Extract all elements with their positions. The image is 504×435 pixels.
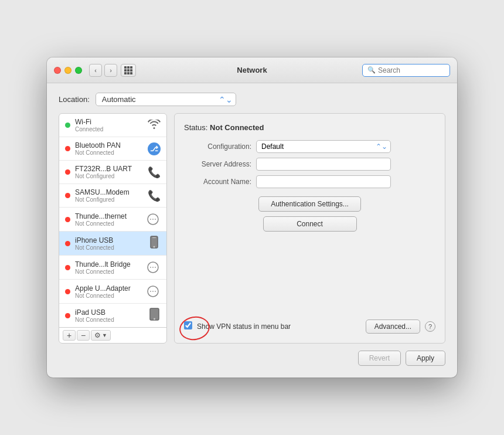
sidebar-item-bluetooth-pan[interactable]: Bluetooth PAN Not Connected ⎇	[59, 137, 166, 161]
advanced-button[interactable]: Advanced...	[366, 320, 420, 334]
gear-menu-button[interactable]: ⚙ ▼	[91, 330, 111, 341]
sidebar-item-iphone-usb[interactable]: iPhone USB Not Connected	[59, 232, 166, 256]
auth-settings-button[interactable]: Authentication Settings...	[258, 196, 361, 212]
content-area: Location: Automatic Home Work Edit Locat…	[47, 83, 457, 378]
bottom-buttons: Revert Apply	[59, 351, 445, 366]
sidebar-item-ipad-usb[interactable]: iPad USB Not Connected	[59, 304, 166, 327]
add-network-button[interactable]: +	[63, 330, 76, 341]
status-dot-ft232r	[65, 169, 70, 175]
sidebar-item-iphone-name: iPhone USB	[75, 236, 143, 244]
status-value: Not Connected	[210, 123, 264, 132]
svg-rect-3	[152, 237, 156, 238]
sidebar-item-samsung[interactable]: SAMSU...Modem Not Configured 📞	[59, 184, 166, 208]
sidebar-item-thunderbolt-ethernet[interactable]: Thunde...thernet Not Connected ⋯	[59, 208, 166, 232]
sidebar-item-bluetooth-text: Bluetooth PAN Not Connected	[75, 141, 143, 156]
sidebar-item-iphone-status: Not Connected	[75, 244, 143, 251]
search-box[interactable]: 🔍	[362, 64, 450, 77]
right-panel: Status: Not Connected Configuration: Def…	[174, 113, 445, 344]
svg-point-4	[154, 246, 155, 248]
form-section: Configuration: Default ⌃⌄ Server Address…	[184, 140, 435, 188]
traffic-lights	[54, 67, 82, 74]
search-input[interactable]	[378, 66, 445, 74]
configuration-row: Configuration: Default ⌃⌄	[184, 140, 435, 153]
svg-text:⋯: ⋯	[149, 215, 156, 223]
vpn-annotation	[184, 321, 192, 332]
search-icon: 🔍	[367, 66, 376, 74]
ft232r-icon: 📞	[148, 166, 161, 179]
iphone-icon	[148, 236, 161, 251]
sidebar-item-iphone-text: iPhone USB Not Connected	[75, 236, 143, 251]
svg-point-10	[154, 318, 155, 320]
sidebar-item-wifi-name: Wi-Fi	[75, 118, 143, 126]
minimize-button[interactable]	[64, 67, 71, 74]
configuration-label: Configuration:	[184, 142, 251, 151]
sidebar-item-samsung-name: SAMSU...Modem	[75, 188, 143, 196]
status-dot-tb-eth	[65, 217, 70, 222]
network-window: ‹ › Network 🔍 Location: Automatic Home	[47, 57, 457, 378]
apply-button[interactable]: Apply	[406, 351, 445, 366]
gear-dropdown-arrow: ▼	[102, 332, 107, 338]
vpn-menubar-label: Show VPN status in menu bar	[197, 322, 291, 331]
sidebar-item-ft232r-status: Not Configured	[75, 173, 143, 179]
sidebar-item-ft232r-name: FT232R...B UART	[75, 165, 143, 173]
forward-button[interactable]: ›	[104, 64, 117, 77]
location-select[interactable]: Automatic Home Work Edit Locations...	[96, 93, 236, 106]
main-row: Wi-Fi Connected Bluetooth	[59, 113, 445, 344]
tb-bridge-icon: ⋯	[145, 260, 161, 275]
sidebar-list: Wi-Fi Connected Bluetooth	[59, 114, 166, 327]
server-address-row: Server Address:	[184, 158, 435, 171]
grid-view-button[interactable]	[121, 64, 136, 77]
sidebar-toolbar: + − ⚙ ▼	[59, 327, 166, 343]
sidebar-item-tb-eth-status: Not Connected	[75, 220, 141, 227]
sidebar-item-apple-usb[interactable]: Apple U...Adapter Not Connected ⋯	[59, 280, 166, 304]
vpn-row: Show VPN status in menu bar Advanced... …	[184, 320, 435, 334]
status-dot-ipad	[65, 313, 70, 318]
thunderbolt-eth-icon: ⋯	[145, 212, 161, 227]
remove-network-button[interactable]: −	[77, 330, 90, 341]
sidebar-item-ft232r[interactable]: FT232R...B UART Not Configured 📞	[59, 161, 166, 184]
revert-button[interactable]: Revert	[358, 351, 401, 366]
status-row: Status: Not Connected	[184, 123, 435, 132]
account-name-input[interactable]	[256, 175, 391, 188]
svg-text:⋯: ⋯	[149, 287, 156, 295]
vpn-menubar-checkbox[interactable]	[184, 321, 192, 329]
sidebar-item-tb-bridge-name: Thunde...lt Bridge	[75, 260, 141, 269]
connect-button[interactable]: Connect	[263, 216, 357, 232]
sidebar-item-bluetooth-name: Bluetooth PAN	[75, 141, 143, 149]
sidebar-item-apple-usb-status: Not Connected	[75, 293, 141, 299]
nav-buttons: ‹ ›	[89, 64, 117, 77]
status-dot-wifi	[65, 123, 70, 128]
maximize-button[interactable]	[75, 67, 82, 74]
location-label: Location:	[59, 95, 90, 104]
svg-text:⋯: ⋯	[149, 263, 156, 271]
wifi-icon	[148, 120, 161, 131]
sidebar-item-bluetooth-status: Not Connected	[75, 149, 143, 156]
close-button[interactable]	[54, 67, 61, 74]
grid-icon	[124, 66, 132, 74]
sidebar-item-apple-usb-text: Apple U...Adapter Not Connected	[75, 284, 141, 299]
window-title: Network	[237, 66, 267, 74]
sidebar-item-apple-usb-name: Apple U...Adapter	[75, 284, 141, 293]
server-address-input[interactable]	[256, 158, 391, 171]
ipad-icon	[148, 308, 161, 323]
sidebar-item-samsung-text: SAMSU...Modem Not Configured	[75, 188, 143, 203]
status-dot-iphone	[65, 241, 70, 246]
sidebar-item-ipad-name: iPad USB	[75, 308, 143, 317]
location-row: Location: Automatic Home Work Edit Locat…	[59, 93, 445, 106]
samsung-icon: 📞	[148, 189, 161, 202]
sidebar-item-wifi[interactable]: Wi-Fi Connected	[59, 114, 166, 137]
apple-usb-icon: ⋯	[145, 284, 161, 299]
gear-icon: ⚙	[94, 331, 101, 339]
sidebar-item-tb-eth-text: Thunde...thernet Not Connected	[75, 212, 141, 227]
status-dot-tb-bridge	[65, 265, 70, 270]
status-dot-apple-usb	[65, 289, 70, 294]
sidebar-item-tb-bridge[interactable]: Thunde...lt Bridge Not Connected ⋯	[59, 256, 166, 280]
server-address-label: Server Address:	[184, 160, 251, 168]
sidebar-item-tb-bridge-status: Not Connected	[75, 269, 141, 275]
help-button[interactable]: ?	[425, 321, 435, 332]
configuration-select[interactable]: Default	[256, 140, 391, 153]
buttons-section: Authentication Settings... Connect	[184, 196, 435, 232]
sidebar-item-ft232r-text: FT232R...B UART Not Configured	[75, 165, 143, 179]
status-label: Status:	[184, 123, 207, 132]
back-button[interactable]: ‹	[89, 64, 102, 77]
